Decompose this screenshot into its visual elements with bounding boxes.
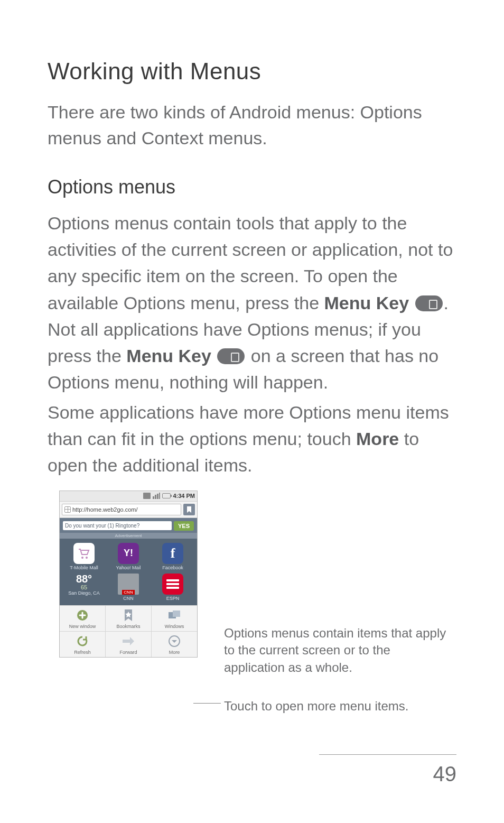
site-icon: [64, 506, 71, 513]
more-icon: [167, 634, 182, 649]
status-time: 4:34 PM: [173, 493, 195, 499]
cnn-label: CNN: [122, 590, 134, 595]
tile-tmobile-mall[interactable]: T-Mobile Mall: [62, 542, 106, 572]
menu-more[interactable]: More: [152, 632, 197, 657]
footer-rule: [319, 754, 456, 755]
promo-banner: Do you want your (1) Ringtone? YES Adver…: [60, 518, 197, 539]
svg-rect-4: [173, 611, 180, 617]
cnn-thumb: CNN: [118, 574, 139, 595]
menu-label: Windows: [152, 624, 197, 629]
advertisement-label: Advertisement: [60, 533, 197, 539]
menu-windows[interactable]: Windows: [152, 606, 197, 631]
paragraph-2: Some applications have more Options menu…: [48, 399, 456, 479]
plus-icon: [75, 608, 90, 623]
espn-icon: [162, 574, 183, 595]
tile-yahoo-mail[interactable]: Y! Yahoo! Mail: [106, 542, 151, 572]
section-heading: Working with Menus: [48, 58, 456, 85]
refresh-icon: [75, 634, 90, 649]
battery-icon: [162, 493, 171, 498]
intro-paragraph: There are two kinds of Android menus: Op…: [48, 99, 456, 152]
tile-weather[interactable]: 88° 65 San Diego, CA: [62, 572, 106, 603]
menu-label: New window: [60, 624, 105, 629]
bookmark-icon: [186, 506, 192, 513]
menu-label: Forward: [106, 650, 151, 655]
tile-label: ESPN: [151, 596, 195, 601]
menu-new-window[interactable]: New window: [60, 606, 106, 631]
weather-city: San Diego, CA: [62, 590, 106, 596]
paragraph-1: Options menus contain tools that apply t…: [48, 210, 456, 396]
menu-key-label-1: Menu Key: [324, 293, 409, 313]
page-number: 49: [319, 762, 456, 786]
cart-icon: [73, 543, 95, 564]
figure: 4:34 PM http://home.web2go.com/ Do you w…: [48, 491, 456, 658]
yahoo-icon: Y!: [118, 543, 139, 564]
weather-lo: 65: [62, 584, 106, 590]
tile-label: Facebook: [151, 565, 195, 570]
bookmark-star-icon: [121, 608, 136, 623]
network-type-icon: [143, 493, 151, 499]
svg-point-1: [86, 557, 88, 559]
facebook-icon: f: [162, 543, 183, 564]
menu-label: More: [152, 650, 197, 655]
menu-refresh[interactable]: Refresh: [60, 632, 106, 657]
tile-cnn[interactable]: CNN CNN: [106, 572, 151, 603]
menu-key-icon: [415, 295, 443, 311]
promo-yes-button[interactable]: YES: [174, 521, 194, 531]
phone-screenshot: 4:34 PM http://home.web2go.com/ Do you w…: [59, 491, 198, 658]
callout-options-menu: Options menus contain items that apply t…: [224, 625, 451, 676]
promo-text: Do you want your (1) Ringtone?: [63, 521, 172, 530]
subsection-heading: Options menus: [48, 176, 456, 198]
tile-facebook[interactable]: f Facebook: [151, 542, 195, 572]
web-tiles: T-Mobile Mall Y! Yahoo! Mail f Facebook …: [60, 539, 197, 605]
page-footer: 49: [319, 754, 456, 786]
signal-icon: [153, 493, 160, 499]
url-text: http://home.web2go.com/: [72, 506, 138, 513]
forward-arrow-icon: [121, 634, 136, 649]
callout-more: Touch to open more menu items.: [224, 698, 451, 715]
bookmarks-button[interactable]: [183, 504, 195, 515]
url-field[interactable]: http://home.web2go.com/: [62, 504, 181, 515]
menu-key-icon: [217, 348, 245, 364]
options-menu: New window Bookmarks Windows: [60, 605, 197, 657]
tile-label: T-Mobile Mall: [62, 565, 106, 570]
menu-label: Bookmarks: [106, 624, 151, 629]
tile-espn[interactable]: ESPN: [151, 572, 195, 603]
windows-icon: [167, 608, 182, 623]
tile-label: CNN: [106, 596, 151, 601]
menu-forward[interactable]: Forward: [106, 632, 152, 657]
menu-label: Refresh: [60, 650, 105, 655]
status-bar: 4:34 PM: [60, 491, 197, 502]
url-bar: http://home.web2go.com/: [60, 502, 197, 518]
more-label: More: [356, 429, 399, 449]
callout-leader-line: [193, 703, 221, 704]
menu-bookmarks[interactable]: Bookmarks: [106, 606, 152, 631]
menu-key-label-2: Menu Key: [126, 346, 211, 366]
svg-point-0: [81, 557, 83, 559]
tile-label: Yahoo! Mail: [106, 565, 151, 570]
weather-hi: 88°: [62, 574, 106, 584]
